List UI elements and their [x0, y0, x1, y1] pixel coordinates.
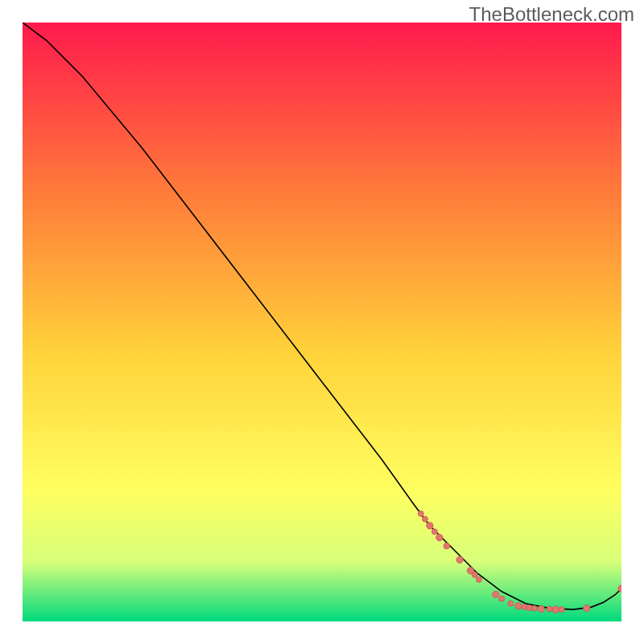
curve-marker: [531, 605, 537, 611]
curve-marker: [427, 522, 433, 529]
bottleneck-chart: [23, 23, 621, 621]
curve-marker: [547, 606, 552, 612]
plot-area: [23, 23, 621, 621]
curve-marker: [476, 576, 481, 582]
curve-marker: [493, 591, 499, 597]
watermark-text: TheBottleneck.com: [469, 3, 634, 26]
curve-marker: [418, 511, 423, 517]
curve-marker: [456, 556, 463, 563]
curve-marker: [538, 605, 544, 612]
curve-marker: [499, 596, 505, 601]
curve-marker: [515, 603, 522, 609]
curve-marker: [559, 607, 564, 613]
chart-stage: TheBottleneck.com: [0, 0, 644, 644]
curve-marker: [436, 535, 443, 541]
curve-marker: [508, 601, 514, 606]
curve-marker: [423, 516, 428, 522]
curve-marker: [584, 605, 590, 611]
curve-marker: [472, 572, 477, 578]
curve-marker: [444, 543, 450, 550]
curve-marker: [552, 606, 559, 613]
curve-marker: [431, 529, 437, 535]
